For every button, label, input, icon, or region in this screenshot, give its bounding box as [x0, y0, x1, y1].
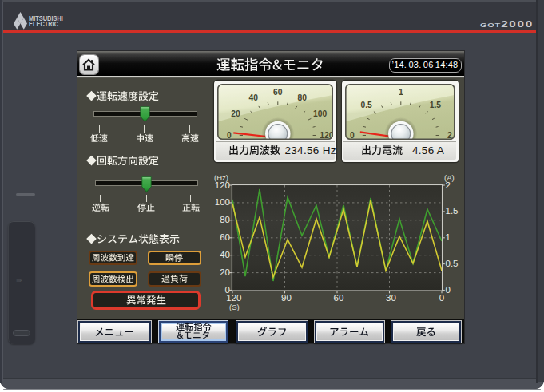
svg-text:1: 1 — [399, 88, 403, 97]
svg-text:20: 20 — [231, 109, 240, 118]
svg-text:60: 60 — [273, 88, 283, 97]
svg-text:40: 40 — [248, 93, 258, 102]
svg-text:100: 100 — [313, 109, 327, 118]
svg-text:1.5: 1.5 — [429, 101, 441, 109]
svg-text:0.5: 0.5 — [360, 101, 372, 109]
svg-text:80: 80 — [297, 93, 307, 102]
